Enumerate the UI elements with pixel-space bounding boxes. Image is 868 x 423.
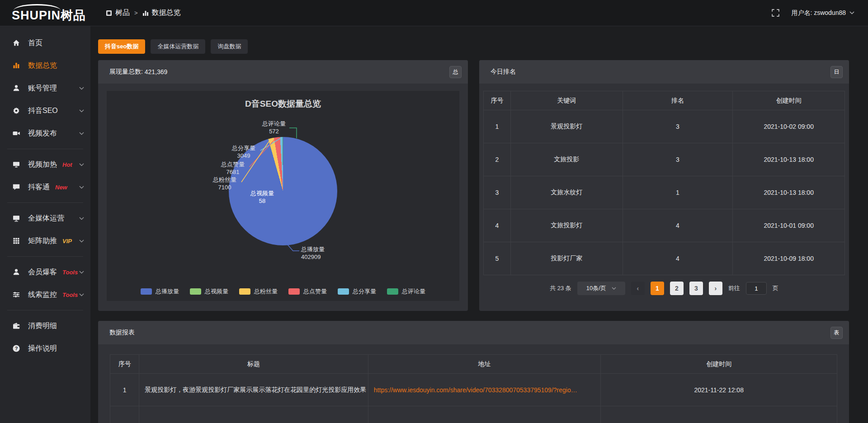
legend-label: 总点赞量 — [303, 287, 327, 296]
cell-url-link[interactable]: https://www.iesdouyin.com/share/video/70… — [368, 374, 601, 406]
main-content: 抖音seo数据 全媒体运营数据 询盘数据 展现量总数: 421,369 总 D音… — [90, 0, 868, 423]
chevron-down-icon — [79, 293, 84, 296]
total-toggle-button[interactable]: 总 — [449, 66, 462, 78]
table-toggle-button[interactable]: 表 — [830, 327, 843, 339]
breadcrumb-root-label: 树品 — [115, 8, 130, 18]
ranking-card-title: 今日排名 — [491, 68, 516, 76]
pie-label-name: 总点赞量 — [217, 160, 249, 168]
sidebar-item-douketong[interactable]: 抖客通 New — [0, 176, 90, 198]
page-button-3[interactable]: 3 — [689, 282, 703, 295]
screen-icon — [12, 160, 21, 169]
sidebar-item-omnimedia[interactable]: 全媒体运营 — [0, 207, 90, 230]
chart-title: D音SEO数据量总览 — [107, 98, 459, 110]
pie-label-name: 总播放量 — [301, 245, 355, 253]
tab-omnimedia-data[interactable]: 全媒体运营数据 — [151, 39, 205, 54]
goto-page-input[interactable] — [746, 282, 767, 295]
sidebar-item-lead-monitor[interactable]: 线索监控 Tools — [0, 283, 90, 306]
sidebar-item-douyin-seo[interactable]: 抖音SEO — [0, 99, 90, 122]
cell-created: 2021-10-13 18:00 — [733, 176, 845, 209]
prev-page-button[interactable]: ‹ — [631, 282, 645, 295]
sidebar-item-video-publish[interactable]: 视频发布 — [0, 122, 90, 145]
sidebar-item-label: 账号管理 — [28, 84, 57, 93]
table-row: 3 文旅水纹灯 1 2021-10-13 18:00 — [484, 176, 845, 209]
legend-item[interactable]: 总粉丝量 — [239, 287, 278, 296]
pie-label-value: 402909 — [301, 253, 355, 261]
cell-no: 1 — [110, 374, 139, 406]
sidebar-item-spend-detail[interactable]: 消费明细 — [0, 315, 90, 337]
cell-created: 2021-10-02 09:00 — [733, 110, 845, 143]
chevron-down-icon — [79, 217, 84, 220]
page-size-select[interactable]: 10条/页 — [577, 282, 625, 295]
col-created: 创建时间 — [733, 91, 845, 110]
next-page-button[interactable]: › — [709, 282, 722, 295]
sidebar-item-label: 首页 — [28, 38, 42, 48]
chevron-down-icon — [79, 240, 84, 243]
report-card-header: 数据报表 表 — [98, 321, 849, 344]
grid-icon — [12, 237, 21, 245]
cell-created: 2021-10-13 18:00 — [733, 143, 845, 176]
legend-label: 总分享量 — [353, 287, 376, 296]
sidebar-item-label: 消费明细 — [28, 321, 57, 331]
day-toggle-button[interactable]: 日 — [830, 66, 843, 78]
app-header: SHUPIN树品 树品 > 数据总览 用户名: zswodun88 — [0, 0, 868, 26]
legend-item[interactable]: 总播放量 — [141, 287, 179, 296]
cell-no: 2 — [484, 143, 511, 176]
cell-created: 2021-10-09 18:00 — [733, 242, 845, 275]
svg-text:?: ? — [15, 346, 18, 351]
pie-label-value: 7100 — [209, 183, 241, 191]
legend-item[interactable]: 总视频量 — [190, 287, 228, 296]
legend-label: 总粉丝量 — [254, 287, 278, 296]
tab-douyin-seo-data[interactable]: 抖音seo数据 — [98, 39, 145, 54]
page-size-value: 10条/页 — [586, 284, 606, 292]
overview-card: 展现量总数: 421,369 总 D音SEO数据量总览 总评论量 572 — [98, 60, 468, 311]
tab-inquiry-data[interactable]: 询盘数据 — [211, 39, 248, 54]
ranking-table: 序号 关键词 排名 创建时间 1 景观投影灯 3 2021-10-02 09:0… — [483, 91, 845, 275]
legend-swatch — [288, 288, 300, 295]
sidebar-item-label: 视频加热 — [28, 160, 57, 169]
legend-item[interactable]: 总分享量 — [338, 287, 376, 296]
sidebar-item-help[interactable]: ? 操作说明 — [0, 337, 90, 360]
logo-en: SHUPIN — [12, 9, 61, 22]
cell-no: 5 — [484, 242, 511, 275]
legend-item[interactable]: 总点赞量 — [288, 287, 327, 296]
sidebar-item-label: 会员爆客 — [28, 268, 57, 277]
breadcrumb-root[interactable]: 树品 — [106, 8, 130, 18]
table-row: 5 投影灯厂家 4 2021-10-09 18:00 — [484, 242, 845, 275]
sidebar-item-label: 操作说明 — [28, 344, 57, 353]
bar-chart-icon — [12, 61, 21, 70]
user-menu[interactable]: 用户名: zswodun88 — [791, 9, 854, 17]
fullscreen-icon[interactable] — [772, 9, 779, 17]
legend-label: 总播放量 — [156, 287, 179, 296]
table-header-row: 序号 标题 地址 创建时间 — [110, 355, 837, 374]
pagination: 共 23 条 10条/页 ‹ 1 2 3 › 前往 页 — [483, 282, 845, 295]
sidebar-item-label: 全媒体运营 — [28, 214, 64, 223]
doc-icon — [106, 10, 112, 16]
cell-keyword: 文旅投影 — [510, 143, 623, 176]
report-card-title: 数据报表 — [109, 329, 135, 337]
pie-label-videos: 总视频量 58 — [241, 189, 284, 205]
breadcrumb-current[interactable]: 数据总览 — [142, 8, 181, 18]
chevron-down-icon — [79, 132, 84, 135]
breadcrumb: 树品 > 数据总览 — [106, 8, 181, 18]
sidebar-item-matrix-boost[interactable]: 矩阵助推 VIP — [0, 230, 90, 252]
home-icon — [12, 39, 21, 47]
pie-label-comments: 总评论量 572 — [259, 120, 289, 135]
cell-no: 3 — [484, 176, 511, 209]
legend-item[interactable]: 总评论量 — [387, 287, 425, 296]
logo: SHUPIN树品 — [0, 4, 90, 22]
cell-no — [110, 406, 139, 423]
new-badge: New — [55, 184, 67, 191]
ranking-card: 今日排名 日 序号 关键词 排名 创建时间 1 景观投影灯 3 — [479, 60, 849, 311]
sidebar-item-video-heat[interactable]: 视频加热 Hot — [0, 153, 90, 176]
cell-keyword: 文旅投影灯 — [510, 209, 623, 242]
col-url: 地址 — [368, 355, 601, 374]
page-button-1[interactable]: 1 — [651, 282, 664, 295]
sidebar-item-member-burst[interactable]: 会员爆客 Tools — [0, 261, 90, 283]
sidebar-item-data-overview[interactable]: 数据总览 — [0, 54, 90, 77]
member-icon — [12, 268, 21, 276]
page-button-2[interactable]: 2 — [670, 282, 684, 295]
sidebar-item-label: 抖音SEO — [28, 106, 58, 116]
sidebar-item-accounts[interactable]: 账号管理 — [0, 77, 90, 99]
sidebar-item-home[interactable]: 首页 — [0, 32, 90, 54]
breadcrumb-separator: > — [134, 9, 138, 16]
